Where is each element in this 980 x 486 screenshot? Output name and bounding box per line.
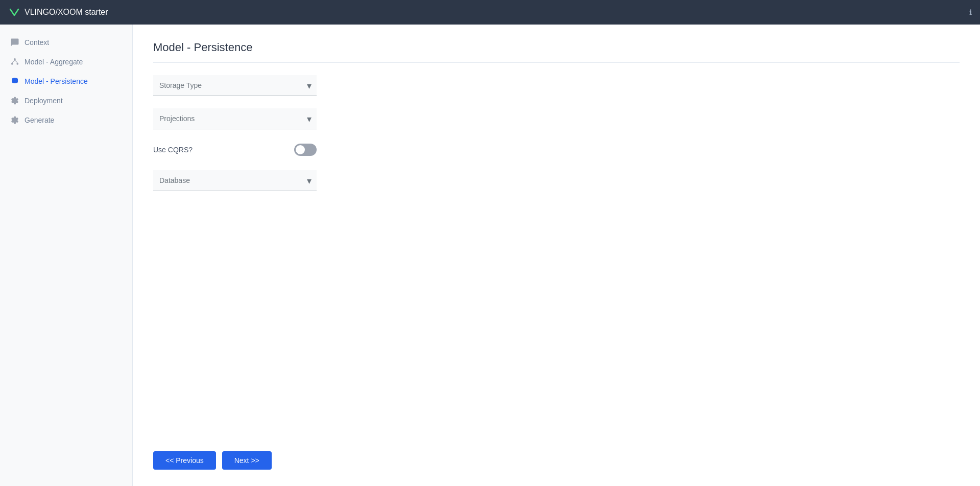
projections-select[interactable]: Projections None Event Based Operation B… bbox=[153, 108, 317, 129]
footer-buttons: << Previous Next >> bbox=[133, 439, 980, 486]
previous-button[interactable]: << Previous bbox=[153, 451, 216, 470]
sidebar-item-generate[interactable]: Generate bbox=[0, 110, 132, 130]
sidebar-item-deployment[interactable]: Deployment bbox=[0, 91, 132, 110]
cqrs-label: Use CQRS? bbox=[153, 146, 193, 154]
form-section: Storage Type State Store Journal ▾ Proje… bbox=[153, 75, 317, 191]
svg-point-2 bbox=[16, 63, 18, 65]
content-inner: Model - Persistence Storage Type State S… bbox=[133, 25, 980, 439]
next-button[interactable]: Next >> bbox=[222, 451, 272, 470]
chat-icon bbox=[10, 38, 19, 47]
sidebar-item-context[interactable]: Context bbox=[0, 33, 132, 52]
page-title: Model - Persistence bbox=[153, 41, 960, 54]
info-icon[interactable]: ℹ bbox=[969, 8, 972, 16]
cqrs-toggle[interactable] bbox=[294, 144, 317, 156]
brand: VLINGO/XOOM starter bbox=[8, 6, 108, 18]
deployment-icon bbox=[10, 96, 19, 105]
svg-line-4 bbox=[15, 60, 17, 63]
persistence-icon bbox=[10, 77, 19, 86]
navbar: VLINGO/XOOM starter ℹ bbox=[0, 0, 980, 25]
sidebar-item-model-persistence[interactable]: Model - Persistence bbox=[0, 72, 132, 91]
sidebar-item-context-label: Context bbox=[25, 38, 49, 47]
cqrs-row: Use CQRS? bbox=[153, 142, 317, 158]
sidebar-item-deployment-label: Deployment bbox=[25, 97, 63, 105]
svg-point-1 bbox=[11, 63, 13, 65]
title-divider bbox=[153, 62, 960, 63]
storage-type-field: Storage Type State Store Journal ▾ bbox=[153, 75, 317, 96]
brand-icon bbox=[8, 6, 20, 18]
database-select[interactable]: Database In Memory Postgres MySQL HSQLDB bbox=[153, 170, 317, 191]
generate-icon bbox=[10, 115, 19, 125]
content-area: Model - Persistence Storage Type State S… bbox=[133, 25, 980, 486]
cqrs-slider bbox=[294, 144, 317, 156]
brand-title: VLINGO/XOOM starter bbox=[25, 8, 108, 17]
sidebar-item-model-aggregate[interactable]: Model - Aggregate bbox=[0, 52, 132, 72]
svg-point-7 bbox=[14, 119, 16, 121]
sidebar-item-model-persistence-label: Model - Persistence bbox=[25, 77, 88, 85]
database-field: Database In Memory Postgres MySQL HSQLDB… bbox=[153, 170, 317, 191]
sidebar: Context Model - Aggregate Model - Persis… bbox=[0, 25, 133, 486]
sidebar-item-generate-label: Generate bbox=[25, 116, 54, 124]
svg-point-0 bbox=[14, 58, 16, 60]
aggregate-icon bbox=[10, 57, 19, 66]
projections-field: Projections None Event Based Operation B… bbox=[153, 108, 317, 129]
main-layout: Context Model - Aggregate Model - Persis… bbox=[0, 25, 980, 486]
sidebar-item-model-aggregate-label: Model - Aggregate bbox=[25, 58, 83, 66]
svg-line-3 bbox=[12, 60, 15, 63]
storage-type-select[interactable]: Storage Type State Store Journal bbox=[153, 75, 317, 96]
